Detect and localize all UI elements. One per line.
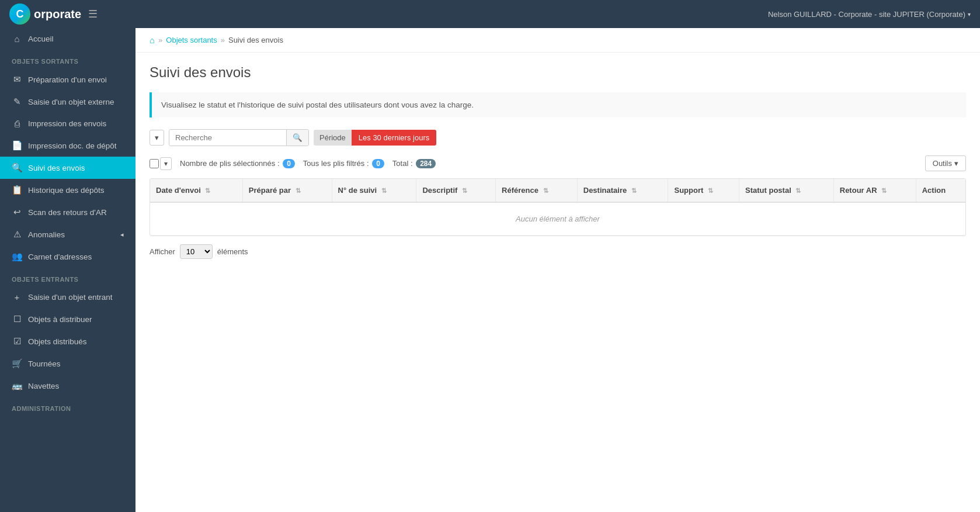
page-title: Suivi des envois xyxy=(150,64,966,81)
col-support[interactable]: Support ⇅ xyxy=(668,179,739,202)
sidebar-item-historique[interactable]: 📋 Historique des dépôts xyxy=(0,179,135,201)
sidebar-item-tournees[interactable]: 🛒 Tournées xyxy=(0,352,135,375)
sidebar-section-sortants: OBJETS SORTANTS xyxy=(0,50,135,68)
breadcrumb-link-sortants[interactable]: Objets sortants xyxy=(166,36,217,44)
select-dropdown-button[interactable]: ▾ xyxy=(160,157,172,170)
breadcrumb-current: Suivi des envois xyxy=(228,36,283,44)
sidebar-item-impression-doc[interactable]: 📄 Impression doc. de dépôt xyxy=(0,134,135,157)
period-label: Période xyxy=(314,130,352,146)
logo-text: orporate xyxy=(34,8,81,21)
sidebar-item-accueil[interactable]: ⌂ Accueil xyxy=(0,28,135,50)
sidebar-item-impression-envois[interactable]: ⎙ Impression des envois xyxy=(0,113,135,134)
outils-button[interactable]: Outils ▾ xyxy=(925,155,966,171)
no-data-row: Aucun élément à afficher xyxy=(150,202,965,236)
topnav: C orporate ☰ Nelson GUILLARD - Corporate… xyxy=(0,0,980,28)
sort-icon-descriptif: ⇅ xyxy=(462,187,467,194)
warning-icon: ⚠ xyxy=(12,229,22,240)
col-retour-ar[interactable]: Retour AR ⇅ xyxy=(833,179,916,202)
period-value: Les 30 derniers jours xyxy=(352,130,436,146)
sort-icon-statut: ⇅ xyxy=(795,187,801,194)
col-date-envoi[interactable]: Date d'envoi ⇅ xyxy=(150,179,242,202)
user-dropdown-icon: ▾ xyxy=(968,11,971,18)
col-descriptif[interactable]: Descriptif ⇅ xyxy=(416,179,496,202)
sidebar-item-saisie-externe[interactable]: ✎ Saisie d'un objet externe xyxy=(0,91,135,113)
topnav-left: C orporate ☰ xyxy=(9,4,98,25)
sidebar-section-entrants: OBJETS ENTRANTS xyxy=(0,268,135,286)
send-icon: ✉ xyxy=(12,74,22,85)
sidebar-item-objets-distribuer[interactable]: ☐ Objets à distribuer xyxy=(0,308,135,330)
filter-dropdown-button[interactable]: ▾ xyxy=(150,130,164,146)
sidebar-item-label: Anomalies xyxy=(28,230,65,239)
edit-icon: ✎ xyxy=(12,96,22,107)
sidebar-item-carnet[interactable]: 👥 Carnet d'adresses xyxy=(0,245,135,268)
sidebar-item-label: Préparation d'un envoi xyxy=(28,75,107,84)
search-input[interactable] xyxy=(169,130,286,146)
col-reference[interactable]: Référence ⇅ xyxy=(496,179,578,202)
period-filter[interactable]: Période Les 30 derniers jours xyxy=(314,130,436,146)
sidebar-item-scan-retours[interactable]: ↩ Scan des retours d'AR xyxy=(0,201,135,223)
search-icon: 🔍 xyxy=(12,162,22,173)
sidebar-item-suivi-envois[interactable]: 🔍 Suivi des envois xyxy=(0,157,135,179)
sidebar-item-label: Navettes xyxy=(28,382,59,390)
user-label: Nelson GUILLARD - Corporate - site JUPIT… xyxy=(768,10,965,19)
sort-icon-numero: ⇅ xyxy=(381,187,387,194)
filtered-count-badge: 0 xyxy=(372,159,384,168)
no-data-message: Aucun élément à afficher xyxy=(150,202,965,236)
add-icon: + xyxy=(12,292,22,302)
contacts-icon: 👥 xyxy=(12,251,22,262)
layout: ⌂ Accueil OBJETS SORTANTS ✉ Préparation … xyxy=(0,28,980,512)
envois-table: Date d'envoi ⇅ Préparé par ⇅ N° de suivi… xyxy=(150,179,965,236)
per-page-select[interactable]: 10 25 50 100 xyxy=(180,244,213,259)
sort-icon-destinataire: ⇅ xyxy=(631,187,637,194)
sidebar: ⌂ Accueil OBJETS SORTANTS ✉ Préparation … xyxy=(0,28,135,512)
outils-caret-icon: ▾ xyxy=(954,159,958,168)
show-label: Afficher xyxy=(150,247,175,256)
sidebar-item-label: Saisie d'un objet entrant xyxy=(28,293,112,302)
sidebar-item-label: Accueil xyxy=(28,34,54,43)
sort-icon-retour: ⇅ xyxy=(881,187,887,194)
sidebar-item-saisie-entrant[interactable]: + Saisie d'un objet entrant xyxy=(0,286,135,308)
sidebar-item-label: Suivi des envois xyxy=(28,164,85,172)
sort-icon-prepare: ⇅ xyxy=(296,187,301,194)
sidebar-item-label: Impression des envois xyxy=(28,119,106,128)
sidebar-item-label: Carnet d'adresses xyxy=(28,252,92,261)
page-content: Suivi des envois Visualisez le statut et… xyxy=(135,53,980,271)
print-icon: ⎙ xyxy=(12,119,22,129)
user-info[interactable]: Nelson GUILLARD - Corporate - site JUPIT… xyxy=(768,10,971,19)
breadcrumb-home-icon[interactable]: ⌂ xyxy=(150,35,155,45)
filtered-label: Tous les plis filtrés : 0 xyxy=(303,159,384,168)
sidebar-item-label: Objets à distribuer xyxy=(28,315,92,324)
sidebar-item-navettes[interactable]: 🚌 Navettes xyxy=(0,375,135,397)
cart-icon: 🛒 xyxy=(12,358,22,369)
chevron-right-icon: ◂ xyxy=(120,231,124,238)
selected-count-badge: 0 xyxy=(283,159,295,168)
col-action: Action xyxy=(916,179,965,202)
logo: C orporate xyxy=(9,4,81,25)
breadcrumb-sep-1: » xyxy=(158,36,162,44)
bus-icon: 🚌 xyxy=(12,380,22,391)
logo-icon: C xyxy=(9,4,30,25)
sidebar-item-preparation-envoi[interactable]: ✉ Préparation d'un envoi xyxy=(0,68,135,91)
selected-label: Nombre de plis sélectionnés : 0 xyxy=(180,159,295,168)
col-statut-postal[interactable]: Statut postal ⇅ xyxy=(739,179,834,202)
toolbar-left: ▾ Nombre de plis sélectionnés : 0 Tous l… xyxy=(150,157,436,170)
sidebar-item-anomalies[interactable]: ⚠ Anomalies ◂ xyxy=(0,223,135,245)
sidebar-item-label: Historique des dépôts xyxy=(28,186,105,195)
toolbar-row: ▾ Nombre de plis sélectionnés : 0 Tous l… xyxy=(150,153,966,174)
col-destinataire[interactable]: Destinataire ⇅ xyxy=(577,179,668,202)
info-box: Visualisez le statut et l'historique de … xyxy=(150,92,966,117)
table-header-row: Date d'envoi ⇅ Préparé par ⇅ N° de suivi… xyxy=(150,179,965,202)
select-all-checkbox-wrap: ▾ xyxy=(150,157,172,170)
checkbox-empty-icon: ☐ xyxy=(12,314,22,324)
menu-toggle-icon[interactable]: ☰ xyxy=(88,8,98,20)
search-submit-button[interactable]: 🔍 xyxy=(286,130,308,146)
select-all-checkbox[interactable] xyxy=(150,159,159,168)
sidebar-item-objets-distribues[interactable]: ☑ Objets distribués xyxy=(0,330,135,352)
table-wrapper: Date d'envoi ⇅ Préparé par ⇅ N° de suivi… xyxy=(150,178,966,236)
col-prepare-par[interactable]: Préparé par ⇅ xyxy=(242,179,332,202)
outils-label: Outils xyxy=(933,159,952,168)
items-label: éléments xyxy=(217,247,248,256)
col-numero-suivi[interactable]: N° de suivi ⇅ xyxy=(332,179,416,202)
sidebar-item-label: Tournées xyxy=(28,359,61,368)
checkbox-checked-icon: ☑ xyxy=(12,336,22,347)
